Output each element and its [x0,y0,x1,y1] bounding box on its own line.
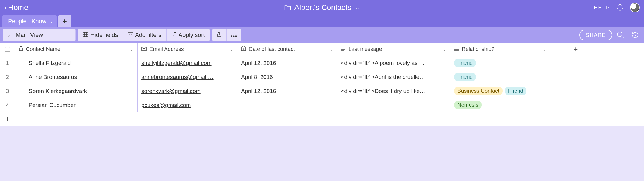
cell-email[interactable]: annebrontesaurus@gmail.… [138,70,237,84]
cell-last-message[interactable]: <div dir="ltr">Does it dry up like… [337,84,450,98]
sort-icon [172,32,176,39]
chevron-down-icon: ⌄ [330,47,333,52]
topbar: ‹ Home Albert's Contacts ⌄ HELP [0,0,644,15]
svg-point-2 [233,36,234,37]
cell-last-message[interactable]: <div dir="ltr">A poem lovely as … [337,56,450,70]
relationship-pill: Nemesis [454,101,482,109]
cell-date[interactable]: April 8, 2016 [237,70,337,84]
avatar[interactable] [630,3,640,12]
filter-icon [128,32,133,39]
email-link[interactable]: shellyjfitzgerald@gmail.com [141,60,212,66]
add-filters-label: Add filters [135,32,162,39]
view-name: Main View [16,32,43,39]
calendar-icon: 7 [241,46,246,52]
chevron-down-icon: ⌄ [7,32,11,38]
row-number: 3 [0,84,15,98]
svg-point-4 [617,32,622,37]
add-table-button[interactable]: + [58,15,71,27]
cell-date[interactable] [237,98,337,112]
chevron-down-icon: ⌄ [443,47,446,52]
add-filters-button[interactable]: Add filters [123,29,166,41]
cell-contact-name[interactable]: Søren Kierkegaardvark [15,84,138,98]
chevron-down-icon: ⌄ [355,4,360,11]
column-label: Last message [348,46,440,52]
multiselect-icon [454,46,459,52]
workspace-title-text: Albert's Contacts [294,3,351,12]
relationship-pill: Friend [454,59,476,67]
grid-icon [83,32,88,39]
tab-people-i-know[interactable]: People I Know ⌄ [2,15,57,27]
cell-email[interactable]: shellyjfitzgerald@gmail.com [138,56,237,70]
svg-point-1 [231,36,232,37]
tab-label: People I Know [8,18,46,25]
cell-email[interactable]: sorenkvark@gmail.com [138,84,237,98]
text-icon [341,46,346,52]
row-number: 4 [0,98,15,112]
view-toolbar: ⌄ Main View Hide fields Add filters Appl… [0,27,644,43]
cell-relationship[interactable]: Friend [450,70,550,84]
share-label: SHARE [586,32,606,38]
column-label: Relationship? [462,46,540,52]
toolbar-group-extra [212,29,241,41]
cell-contact-name[interactable]: Anne Brontësaurus [15,70,138,84]
add-row-button[interactable]: + [0,115,15,123]
column-header-contact-name[interactable]: Contact Name ⌄ [15,43,138,56]
topbar-right: HELP [594,3,640,12]
help-link[interactable]: HELP [594,5,610,11]
table-row[interactable]: 2Anne Brontësaurusannebrontesaurus@gmail… [0,70,644,84]
table-row[interactable]: 3Søren Kierkegaardvarksorenkvark@gmail.c… [0,84,644,98]
select-all-checkbox[interactable] [0,43,15,56]
column-header-email[interactable]: Email Address ⌄ [138,43,237,56]
email-link[interactable]: sorenkvark@gmail.com [141,88,201,94]
share-export-button[interactable] [212,29,226,41]
relationship-pill: Friend [505,87,527,95]
apply-sort-label: Apply sort [179,32,205,39]
email-link[interactable]: pcukes@gmail.com [141,102,191,108]
grid: Contact Name ⌄ Email Address ⌄ 7 Date of… [0,43,644,126]
table-tabs: People I Know ⌄ + [0,15,644,27]
chevron-left-icon: ‹ [5,4,6,12]
email-link[interactable]: annebrontesaurus@gmail.… [141,74,214,80]
cell-relationship[interactable]: Nemesis [450,98,550,112]
grid-header: Contact Name ⌄ Email Address ⌄ 7 Date of… [0,43,644,56]
history-icon[interactable] [629,31,641,39]
column-label: Date of last contact [249,46,327,52]
table-row[interactable]: 4Persian Cucumberpcukes@gmail.comNemesis [0,98,644,112]
workspace-title[interactable]: Albert's Contacts ⌄ [284,3,360,12]
ellipsis-icon [231,32,237,39]
cell-date[interactable]: April 12, 2016 [237,84,337,98]
view-switcher[interactable]: ⌄ Main View [3,29,76,41]
cell-contact-name[interactable]: Shella Fitzgerald [15,56,138,70]
column-label: Contact Name [26,46,127,52]
home-link[interactable]: ‹ Home [4,3,28,12]
plus-icon: + [573,45,578,54]
row-number: 1 [0,56,15,70]
cell-relationship[interactable]: Business ContactFriend [450,84,550,98]
column-header-date[interactable]: 7 Date of last contact ⌄ [237,43,337,56]
svg-rect-5 [19,48,23,51]
cell-last-message[interactable] [337,98,450,112]
hide-fields-button[interactable]: Hide fields [78,29,123,41]
cell-relationship[interactable]: Friend [450,56,550,70]
chevron-down-icon: ⌄ [130,47,133,52]
home-label: Home [8,3,28,12]
search-icon[interactable] [614,31,627,39]
table-row[interactable]: 1Shella Fitzgeraldshellyjfitzgerald@gmai… [0,56,644,70]
svg-text:7: 7 [243,48,244,50]
chevron-down-icon: ⌄ [543,47,546,52]
cell-last-message[interactable]: <div dir="ltr">April is the cruelle… [337,70,450,84]
share-button[interactable]: SHARE [579,30,612,40]
cell-email[interactable]: pcukes@gmail.com [138,98,237,112]
cell-contact-name[interactable]: Persian Cucumber [15,98,138,112]
cell-date[interactable]: April 12, 2016 [237,56,337,70]
apply-sort-button[interactable]: Apply sort [166,29,210,41]
bell-icon[interactable] [616,4,624,12]
envelope-icon [141,46,147,52]
row-number: 2 [0,70,15,84]
add-column-button[interactable]: + [550,43,601,56]
column-header-last-message[interactable]: Last message ⌄ [337,43,450,56]
hide-fields-label: Hide fields [90,32,118,39]
lock-icon [19,46,23,52]
more-button[interactable] [226,29,241,41]
column-header-relationship[interactable]: Relationship? ⌄ [450,43,550,56]
